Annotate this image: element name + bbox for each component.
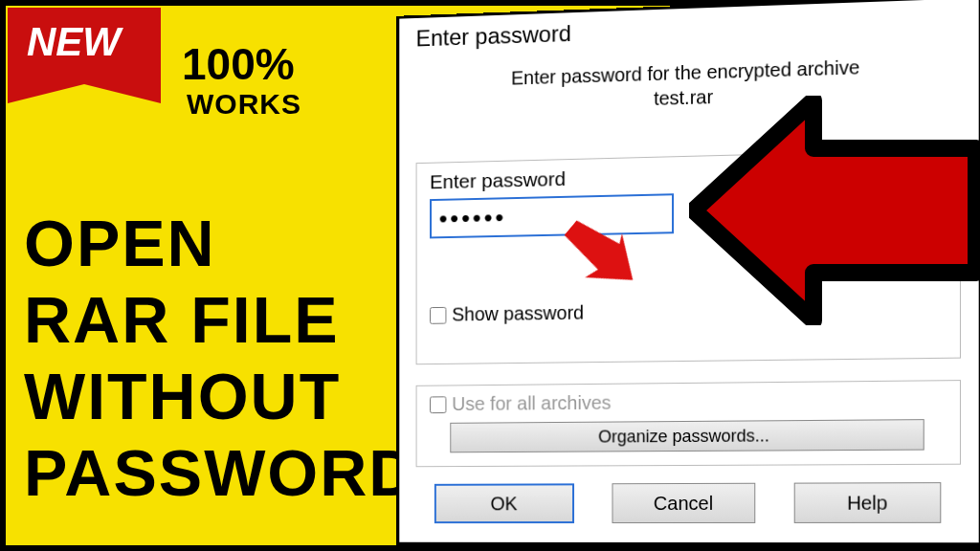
use-all-archives-checkbox[interactable]	[430, 396, 446, 413]
instruction-text: Enter password for the encrypted archive	[511, 56, 859, 88]
archives-group: Use for all archives Organize passwords.…	[416, 380, 961, 467]
svg-marker-1	[694, 100, 976, 320]
ok-button[interactable]: OK	[434, 483, 574, 523]
big-red-arrow-icon	[689, 96, 980, 325]
headline-line-3: WITHOUT	[24, 364, 341, 429]
help-button[interactable]: Help	[794, 482, 942, 523]
promo-percent: 100%	[182, 38, 295, 90]
headline-line-1: OPEN	[24, 210, 216, 276]
new-badge: NEW	[8, 8, 161, 84]
dialog-buttons: OK Cancel Help	[416, 482, 961, 523]
headline-line-4: PASSWORD	[24, 440, 417, 505]
dialog-title: Enter password	[416, 7, 961, 53]
show-password-checkbox[interactable]	[430, 306, 446, 323]
new-badge-text: NEW	[27, 19, 121, 65]
use-all-archives-label: Use for all archives	[452, 392, 611, 415]
show-password-label: Show password	[452, 302, 584, 326]
cancel-button[interactable]: Cancel	[612, 483, 755, 523]
headline-line-2: RAR FILE	[24, 287, 340, 352]
organize-passwords-button[interactable]: Organize passwords...	[450, 419, 924, 452]
promo-works: WORKS	[187, 88, 301, 121]
